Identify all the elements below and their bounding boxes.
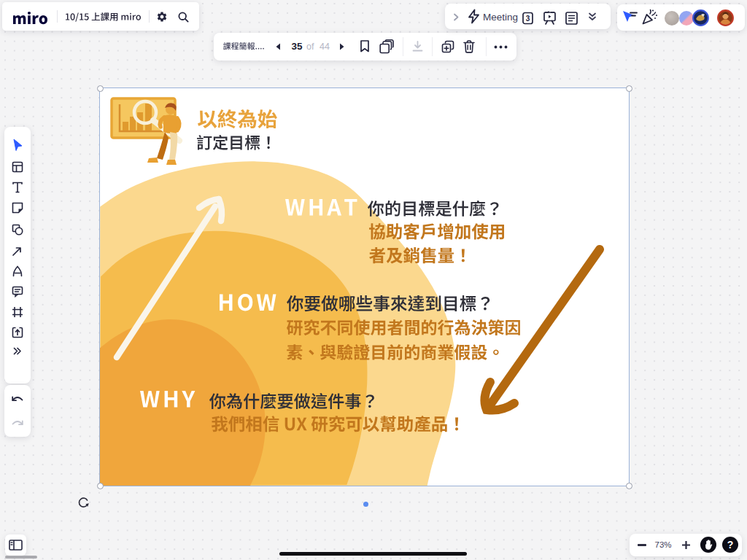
svg-text:3: 3 [526,15,530,23]
